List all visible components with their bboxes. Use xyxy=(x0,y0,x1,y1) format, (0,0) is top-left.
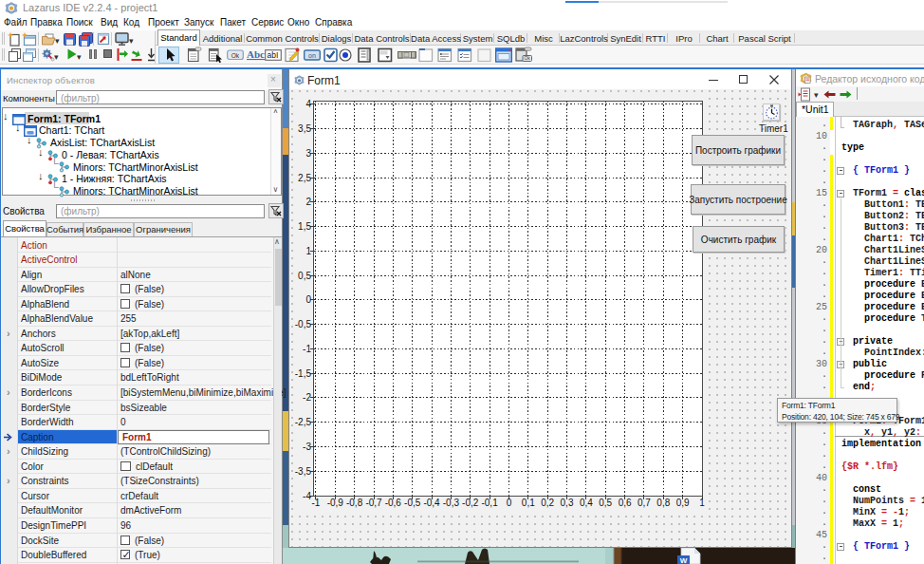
svg-text:0,5: 0,5 xyxy=(298,271,311,281)
svg-text:3,5: 3,5 xyxy=(298,123,311,134)
svg-text:W: W xyxy=(680,556,688,564)
svg-text:0,2: 0,2 xyxy=(541,498,554,508)
svg-text:-0,5: -0,5 xyxy=(404,498,421,508)
svg-text:0,4: 0,4 xyxy=(580,498,593,508)
svg-text:0,1: 0,1 xyxy=(522,498,535,508)
svg-text:-0,4: -0,4 xyxy=(423,498,440,508)
svg-text:-0,5: -0,5 xyxy=(295,319,312,329)
svg-text:0: 0 xyxy=(507,498,512,508)
svg-text:-2,5: -2,5 xyxy=(295,417,312,427)
svg-text:2: 2 xyxy=(305,197,311,207)
svg-text:3: 3 xyxy=(305,148,311,159)
svg-text:-3,5: -3,5 xyxy=(295,466,312,477)
svg-text:1: 1 xyxy=(699,498,705,508)
svg-text:1: 1 xyxy=(305,246,311,256)
svg-text:-0,8: -0,8 xyxy=(346,498,363,508)
svg-text:Ok: Ok xyxy=(231,52,240,59)
svg-text:0: 0 xyxy=(305,294,311,305)
svg-text:on: on xyxy=(308,52,316,59)
svg-text:-4: -4 xyxy=(303,491,311,501)
svg-text:0,8: 0,8 xyxy=(656,498,670,508)
svg-text:-0,1: -0,1 xyxy=(481,498,498,508)
svg-text:abI: abI xyxy=(268,50,279,60)
svg-text:-1: -1 xyxy=(311,498,320,508)
svg-text:-0,2: -0,2 xyxy=(462,498,479,508)
svg-text:Ok: Ok xyxy=(525,56,531,61)
svg-text:0,6: 0,6 xyxy=(619,498,632,508)
svg-text:-0,3: -0,3 xyxy=(443,498,460,508)
svg-text:4: 4 xyxy=(305,99,311,109)
svg-text:Abc: Abc xyxy=(247,48,265,60)
svg-text:-0,9: -0,9 xyxy=(327,498,344,508)
svg-text:-0,6: -0,6 xyxy=(385,498,402,508)
svg-text:0,3: 0,3 xyxy=(561,498,574,508)
svg-text:-1: -1 xyxy=(303,344,311,354)
svg-text:-1,5: -1,5 xyxy=(295,368,312,379)
svg-text:0,7: 0,7 xyxy=(638,498,651,508)
svg-text:-3: -3 xyxy=(303,442,311,452)
svg-text:-0,7: -0,7 xyxy=(365,498,382,508)
svg-text:2,5: 2,5 xyxy=(298,173,311,183)
svg-text:0,9: 0,9 xyxy=(676,498,690,508)
svg-text:1,5: 1,5 xyxy=(298,221,311,232)
svg-text:-2: -2 xyxy=(303,392,311,403)
svg-text:0,5: 0,5 xyxy=(599,498,612,508)
